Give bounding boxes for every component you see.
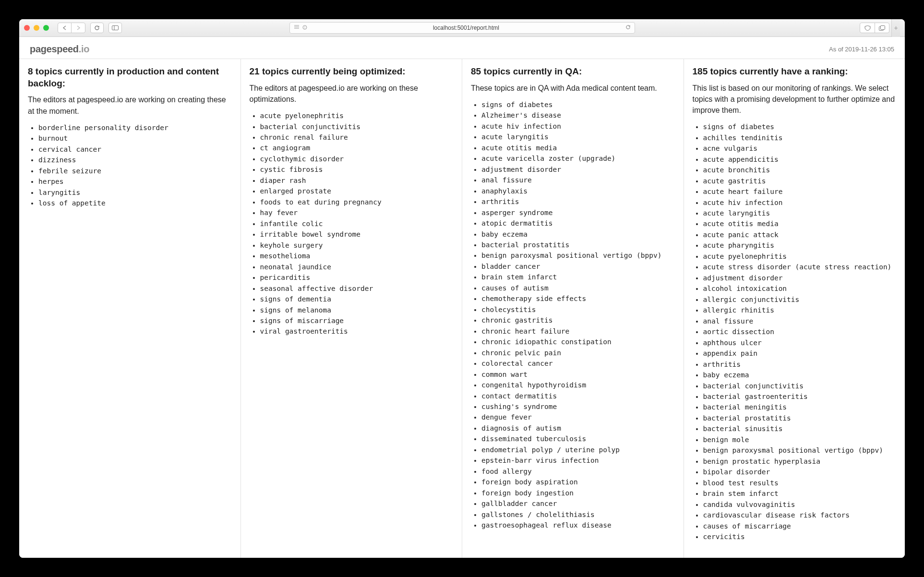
refresh-button[interactable] — [90, 23, 104, 33]
list-item: acute hiv infection — [481, 121, 675, 132]
list-item: baby eczema — [481, 229, 675, 240]
list-item: dengue fever — [481, 412, 675, 422]
list-item: chronic gastritis — [481, 315, 675, 325]
list-item: burnout — [38, 133, 232, 144]
logo-main: pagespeed — [30, 44, 79, 54]
list-item: diaper rash — [260, 175, 454, 186]
list-item: acute pyelonephritis — [260, 110, 454, 121]
list-item: cervicitis — [703, 531, 897, 542]
list-item: signs of diabetes — [703, 121, 897, 132]
page-content[interactable]: pagespeed.io As of 2019-11-26 13:05 8 to… — [19, 37, 905, 558]
column-title: 8 topics currently in production and con… — [28, 66, 232, 89]
browser-window: localhost:5001/report.html + pagespeed.i… — [19, 19, 905, 558]
back-button[interactable] — [58, 23, 72, 33]
list-item: foods to eat during pregnancy — [260, 197, 454, 207]
list-item: acute otitis media — [703, 218, 897, 229]
list-item: chronic heart failure — [481, 326, 675, 337]
list-item: gallstones / cholelithiasis — [481, 509, 675, 520]
report-columns: 8 topics currently in production and con… — [19, 59, 905, 558]
list-item: gastroesophageal reflux disease — [481, 520, 675, 530]
list-item: enlarged prostate — [260, 186, 454, 196]
column-description: This list is based on our monitoring of … — [693, 83, 897, 116]
list-item: anaphylaxis — [481, 186, 675, 196]
list-item: benign paroxysmal positional vertigo (bp… — [703, 445, 897, 456]
list-item: candida vulvovaginitis — [703, 499, 897, 510]
column-ranking: 185 topics currently have a ranking: Thi… — [684, 59, 905, 558]
list-item: signs of melanoma — [260, 305, 454, 315]
close-window-button[interactable] — [24, 25, 30, 31]
list-item: acute bronchitis — [703, 165, 897, 175]
chevron-right-icon — [76, 25, 81, 30]
list-item: colorectal cancer — [481, 358, 675, 369]
list-item: epstein-barr virus infection — [481, 455, 675, 466]
shield-icon — [864, 25, 871, 31]
list-item: herpes — [38, 176, 232, 187]
list-item: chronic renal failure — [260, 132, 454, 143]
site-settings-icon — [302, 25, 307, 31]
list-item: infantile colic — [260, 218, 454, 229]
list-item: mesothelioma — [260, 251, 454, 261]
list-item: acute panic attack — [703, 229, 897, 240]
titlebar: localhost:5001/report.html + — [19, 19, 905, 37]
list-item: anal fissure — [703, 316, 897, 326]
list-item: viral gastroenteritis — [260, 326, 454, 337]
list-item: anal fissure — [481, 175, 675, 185]
list-item: cholecystitis — [481, 304, 675, 315]
list-item: acute laryngitis — [481, 132, 675, 142]
column-title: 185 topics currently have a ranking: — [693, 66, 897, 78]
list-item: common wart — [481, 369, 675, 380]
list-item: bacterial prostatitis — [703, 413, 897, 423]
tabs-icon — [879, 25, 885, 31]
list-item: endometrial polyp / uterine polyp — [481, 445, 675, 455]
topic-list: acute pyelonephritisbacterial conjunctiv… — [250, 110, 454, 337]
list-item: acute appendicitis — [703, 154, 897, 165]
list-item: loss of appetite — [38, 198, 232, 208]
forward-button[interactable] — [72, 23, 85, 33]
list-item: bacterial meningitis — [703, 402, 897, 412]
reader-icon — [294, 25, 300, 31]
list-item: acute otitis media — [481, 143, 675, 153]
list-item: adjustment disorder — [481, 164, 675, 175]
list-item: cardiovascular disease risk factors — [703, 510, 897, 520]
report-timestamp: As of 2019-11-26 13:05 — [829, 46, 894, 53]
list-item: irritable bowel syndrome — [260, 229, 454, 240]
privacy-report-button[interactable] — [860, 23, 875, 33]
list-item: signs of dementia — [260, 294, 454, 304]
column-description: The editors at pagespeed.io are working … — [250, 83, 454, 105]
nav-buttons — [58, 23, 85, 33]
list-item: atopic dermatitis — [481, 218, 675, 228]
list-item: foreign body aspiration — [481, 477, 675, 487]
chevron-left-icon — [62, 25, 67, 30]
list-item: keyhole surgery — [260, 240, 454, 251]
list-item: bacterial gastroenteritis — [703, 391, 897, 402]
address-bar[interactable]: localhost:5001/report.html — [289, 22, 635, 34]
reload-icon[interactable] — [625, 24, 635, 31]
list-item: bladder cancer — [481, 261, 675, 272]
list-item: achilles tendinitis — [703, 132, 897, 143]
minimize-window-button[interactable] — [34, 25, 39, 31]
tabs-overview-button[interactable] — [875, 23, 889, 33]
list-item: chronic idiopathic constipation — [481, 337, 675, 347]
maximize-window-button[interactable] — [43, 25, 49, 31]
list-item: acute stress disorder (acute stress reac… — [703, 262, 897, 272]
list-item: arthritis — [703, 359, 897, 370]
list-item: acute laryngitis — [703, 208, 897, 218]
new-tab-button[interactable]: + — [891, 19, 900, 37]
column-production-backlog: 8 topics currently in production and con… — [19, 59, 241, 558]
column-title: 21 topics currently being optimized: — [250, 66, 454, 78]
list-item: benign paroxysmal positional vertigo (bp… — [481, 250, 675, 261]
list-item: benign mole — [703, 434, 897, 445]
list-item: food allergy — [481, 466, 675, 477]
list-item: alcohol intoxication — [703, 283, 897, 294]
list-item: ct angiogram — [260, 143, 454, 153]
column-title: 85 topics currently in QA: — [471, 66, 675, 78]
list-item: chemotherapy side effects — [481, 293, 675, 304]
list-item: aortic dissection — [703, 326, 897, 337]
list-item: diagnosis of autism — [481, 423, 675, 433]
list-item: acute varicella zoster (upgrade) — [481, 153, 675, 164]
sidebar-toggle-button[interactable] — [108, 23, 122, 33]
list-item: acute heart failure — [703, 186, 897, 197]
svg-rect-0 — [112, 26, 119, 30]
svg-rect-9 — [881, 25, 885, 29]
list-item: chronic pelvic pain — [481, 348, 675, 358]
